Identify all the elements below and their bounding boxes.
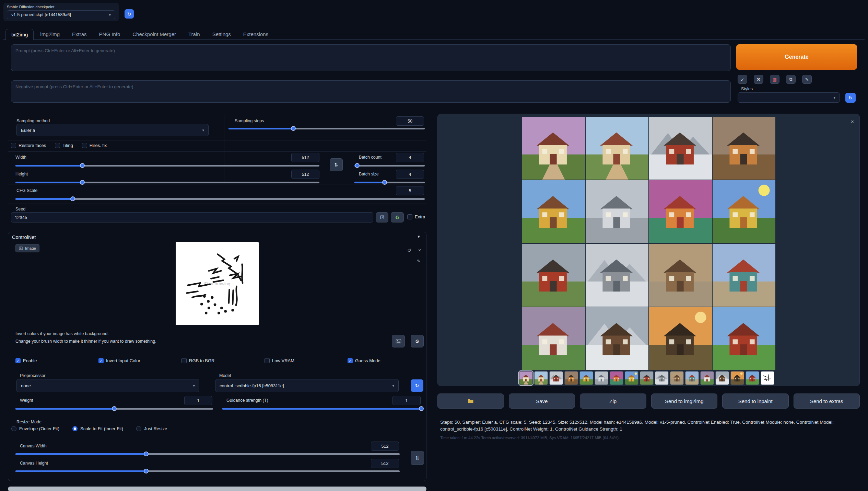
- preprocessor-select[interactable]: none ▾: [16, 379, 199, 392]
- width-value[interactable]: 512: [291, 153, 319, 162]
- tab-png-info[interactable]: PNG Info: [93, 28, 126, 39]
- width-slider[interactable]: [15, 163, 319, 168]
- swap-canvas-dimensions-button[interactable]: ⇅: [411, 451, 424, 465]
- clear-prompt-button[interactable]: ✖: [754, 75, 763, 84]
- canvas-width-value[interactable]: 512: [371, 442, 399, 451]
- tab-txt2img[interactable]: txt2img: [5, 29, 34, 40]
- gallery-image[interactable]: [713, 180, 775, 243]
- slider-handle[interactable]: [291, 126, 296, 131]
- gallery-image[interactable]: [586, 180, 648, 243]
- controlnet-drawing-canvas[interactable]: Start drawing: [176, 242, 259, 325]
- batch-size-value[interactable]: 4: [396, 170, 424, 179]
- cfg-scale-slider[interactable]: [15, 196, 425, 201]
- random-seed-button[interactable]: ⚂: [376, 212, 388, 222]
- model-select[interactable]: control_scribble-fp16 [c508311e] ▾: [215, 379, 399, 392]
- gallery-thumbnail[interactable]: [610, 371, 623, 385]
- styles-select[interactable]: ▾: [738, 92, 840, 103]
- guidance-strength-value[interactable]: 1: [392, 396, 421, 405]
- refresh-styles-button[interactable]: ↻: [845, 93, 856, 103]
- save-style-button[interactable]: ✎: [802, 75, 812, 84]
- gallery-thumbnail[interactable]: [746, 371, 759, 385]
- checkbox-rgb-to-bgr[interactable]: RGB to BGR: [181, 358, 265, 363]
- checkbox-guess-mode[interactable]: ✓Guess Mode: [348, 358, 380, 363]
- accordion-caret-icon[interactable]: ▼: [417, 235, 421, 239]
- refresh-checkpoint-button[interactable]: ↻: [125, 9, 134, 19]
- canvas-height-value[interactable]: 512: [371, 459, 399, 468]
- slider-handle[interactable]: [80, 180, 85, 185]
- reuse-seed-button[interactable]: ♻: [391, 212, 404, 222]
- apply-style-button[interactable]: ▩: [770, 75, 779, 84]
- generate-button[interactable]: Generate: [736, 44, 857, 70]
- height-value[interactable]: 512: [291, 170, 319, 179]
- save-button[interactable]: Save: [509, 393, 575, 409]
- gallery-image[interactable]: [713, 307, 775, 370]
- gallery-image[interactable]: [522, 307, 585, 370]
- new-canvas-button[interactable]: [392, 335, 405, 347]
- gallery-thumbnail[interactable]: [640, 371, 654, 385]
- gallery-image[interactable]: [522, 244, 585, 307]
- sampling-steps-slider[interactable]: [228, 126, 425, 131]
- canvas-height-slider[interactable]: [15, 469, 400, 473]
- brush-icon[interactable]: ✎: [417, 259, 421, 264]
- height-slider[interactable]: [15, 180, 319, 185]
- tab-extensions[interactable]: Extensions: [237, 28, 274, 39]
- tab-checkpoint-merger[interactable]: Checkpoint Merger: [127, 28, 182, 39]
- gallery-image[interactable]: [522, 180, 585, 243]
- gallery-thumbnail[interactable]: [700, 371, 714, 385]
- slider-handle[interactable]: [144, 452, 149, 456]
- gallery-thumbnail[interactable]: [655, 371, 669, 385]
- guidance-strength-slider[interactable]: [222, 406, 423, 411]
- adjust-brush-button[interactable]: ⚙: [411, 335, 424, 347]
- slider-handle[interactable]: [419, 406, 424, 411]
- checkbox-tiling[interactable]: Tiling: [55, 143, 73, 148]
- sampling-method-select[interactable]: Euler a ▾: [16, 124, 209, 136]
- undo-icon[interactable]: ↺: [407, 248, 411, 253]
- gallery-thumbnail[interactable]: [670, 371, 684, 385]
- gallery-image[interactable]: [586, 307, 648, 370]
- radio-scale-to-fit-inner-fit[interactable]: Scale to Fit (Inner Fit): [72, 426, 123, 431]
- gallery-image[interactable]: [649, 180, 712, 243]
- gallery-thumbnail[interactable]: [579, 371, 593, 385]
- slider-handle[interactable]: [80, 163, 85, 168]
- gallery-thumbnail[interactable]: [685, 371, 699, 385]
- prompt-input[interactable]: [11, 44, 731, 71]
- slider-handle[interactable]: [382, 180, 387, 185]
- gallery-thumbnail[interactable]: [730, 371, 744, 385]
- checkbox-enable[interactable]: ✓Enable: [15, 358, 98, 363]
- gallery-thumbnail[interactable]: [715, 371, 729, 385]
- tab-train[interactable]: Train: [183, 28, 206, 39]
- radio-just-resize[interactable]: Just Resize: [136, 426, 167, 431]
- horizontal-scrollbar[interactable]: [8, 487, 426, 491]
- gallery-image[interactable]: [649, 117, 712, 180]
- gallery-thumbnail[interactable]: [761, 371, 774, 385]
- gallery-thumbnail[interactable]: [519, 371, 533, 385]
- tab-settings[interactable]: Settings: [207, 28, 237, 39]
- seed-input[interactable]: 12345: [11, 212, 373, 222]
- sampling-steps-value[interactable]: 50: [396, 116, 424, 126]
- checkbox-restore-faces[interactable]: Restore faces: [11, 143, 46, 148]
- batch-count-slider[interactable]: [354, 163, 425, 168]
- gallery-image[interactable]: [586, 117, 648, 180]
- weight-slider[interactable]: [15, 406, 213, 411]
- open-folder-button[interactable]: [437, 393, 504, 409]
- batch-size-slider[interactable]: [354, 180, 425, 185]
- batch-count-value[interactable]: 4: [396, 153, 424, 162]
- swap-width-height-button[interactable]: ⇅: [330, 158, 343, 171]
- paste-params-button[interactable]: ↙: [738, 75, 747, 84]
- gallery-image[interactable]: [586, 244, 648, 307]
- gallery-image[interactable]: [649, 307, 712, 370]
- send-to-inpaint-button[interactable]: Send to inpaint: [722, 393, 789, 409]
- slider-handle[interactable]: [70, 196, 75, 201]
- controlnet-title[interactable]: ControlNet: [12, 235, 36, 240]
- slider-handle[interactable]: [144, 469, 149, 473]
- gallery-thumbnail[interactable]: [625, 371, 638, 385]
- gallery-thumbnail[interactable]: [534, 371, 548, 385]
- gallery-thumbnail[interactable]: [595, 371, 608, 385]
- gallery-image[interactable]: [713, 244, 775, 307]
- controlnet-image-tab[interactable]: Image: [15, 244, 39, 252]
- checkpoint-select[interactable]: v1-5-pruned.ckpt [e1441589a6] ▾: [7, 10, 115, 19]
- gallery-image[interactable]: [522, 117, 585, 180]
- gallery-thumbnail[interactable]: [564, 371, 578, 385]
- copy-style-button[interactable]: ⧉: [786, 75, 796, 84]
- checkbox-invert-input-color[interactable]: ✓Invert Input Color: [98, 358, 181, 363]
